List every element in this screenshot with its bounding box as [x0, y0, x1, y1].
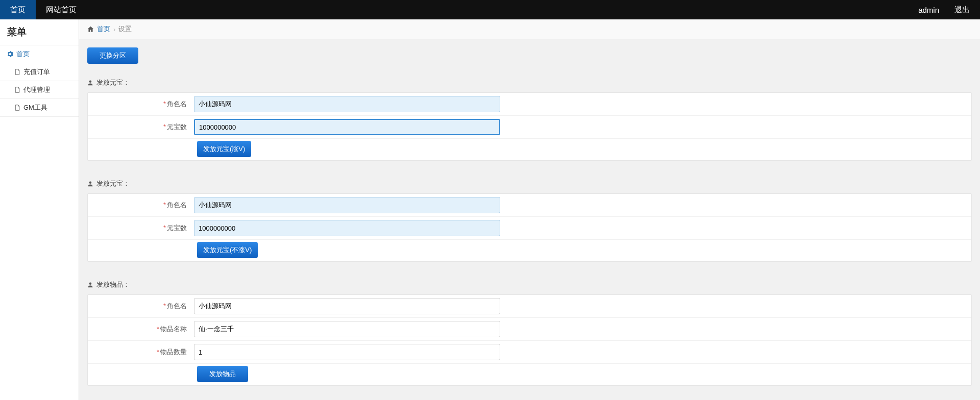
logout-link[interactable]: 退出 — [954, 5, 970, 15]
section-title-3: 发放物品： — [87, 275, 972, 294]
input-role-1[interactable] — [194, 96, 500, 112]
change-zone-button[interactable]: 更换分区 — [87, 47, 138, 64]
svg-point-2 — [89, 283, 92, 285]
sidebar-item-agent[interactable]: 代理管理 — [0, 81, 79, 99]
person-icon — [87, 80, 93, 86]
svg-point-0 — [89, 81, 92, 83]
tab-site[interactable]: 网站首页 — [36, 0, 87, 19]
label-count-2: *元宝数 — [92, 223, 194, 233]
sidebar-item-label: 充值订单 — [23, 67, 50, 77]
main: 首页 › 设置 更换分区 发放元宝： *角色名 *元宝数 — [79, 19, 980, 400]
tab-home[interactable]: 首页 — [0, 0, 36, 19]
sidebar-item-gm[interactable]: GM工具 — [0, 99, 79, 117]
person-icon — [87, 181, 93, 187]
home-icon — [87, 26, 94, 33]
sidebar: 菜单 首页 充值订单 代理管理 GM工具 — [0, 19, 79, 400]
panel-2: *角色名 *元宝数 发放元宝(不涨V) — [87, 193, 972, 262]
input-item-name[interactable] — [194, 321, 500, 337]
file-icon — [14, 87, 20, 93]
btn-send-yuanbao-v[interactable]: 发放元宝(涨V) — [197, 141, 251, 157]
input-item-qty[interactable] — [194, 344, 500, 360]
file-icon — [14, 105, 20, 111]
label-item-name: *物品名称 — [92, 324, 194, 334]
label-item-qty: *物品数量 — [92, 347, 194, 357]
label-role-1: *角色名 — [92, 99, 194, 109]
input-role-2[interactable] — [194, 197, 500, 213]
sidebar-item-label: 代理管理 — [23, 85, 50, 94]
topbar: 首页 网站首页 admin 退出 — [0, 0, 980, 19]
panel-1: *角色名 *元宝数 发放元宝(涨V) — [87, 92, 972, 161]
sidebar-item-label: GM工具 — [23, 103, 47, 112]
label-count-1: *元宝数 — [92, 122, 194, 132]
label-role-3: *角色名 — [92, 302, 194, 311]
sidebar-item-label: 首页 — [16, 49, 30, 59]
input-count-1[interactable] — [194, 119, 500, 135]
sidebar-item-home[interactable]: 首页 — [0, 45, 79, 63]
person-icon — [87, 282, 93, 288]
gear-icon — [7, 51, 13, 57]
file-icon — [14, 69, 20, 75]
sidebar-item-recharge[interactable]: 充值订单 — [0, 63, 79, 81]
btn-send-item[interactable]: 发放物品 — [197, 366, 248, 382]
input-role-3[interactable] — [194, 298, 500, 314]
breadcrumb-home[interactable]: 首页 — [97, 24, 110, 34]
breadcrumb: 首页 › 设置 — [79, 19, 980, 39]
svg-point-1 — [89, 182, 92, 184]
section-title-1: 发放元宝： — [87, 73, 972, 92]
panel-3: *角色名 *物品名称 *物品数量 发放物品 — [87, 294, 972, 386]
breadcrumb-sep: › — [113, 26, 115, 33]
user-link[interactable]: admin — [918, 6, 939, 14]
section-title-2: 发放元宝： — [87, 174, 972, 193]
breadcrumb-current: 设置 — [118, 24, 132, 34]
btn-send-yuanbao-nov[interactable]: 发放元宝(不涨V) — [197, 242, 258, 258]
input-count-2[interactable] — [194, 220, 500, 236]
label-role-2: *角色名 — [92, 201, 194, 210]
sidebar-title: 菜单 — [0, 19, 79, 45]
